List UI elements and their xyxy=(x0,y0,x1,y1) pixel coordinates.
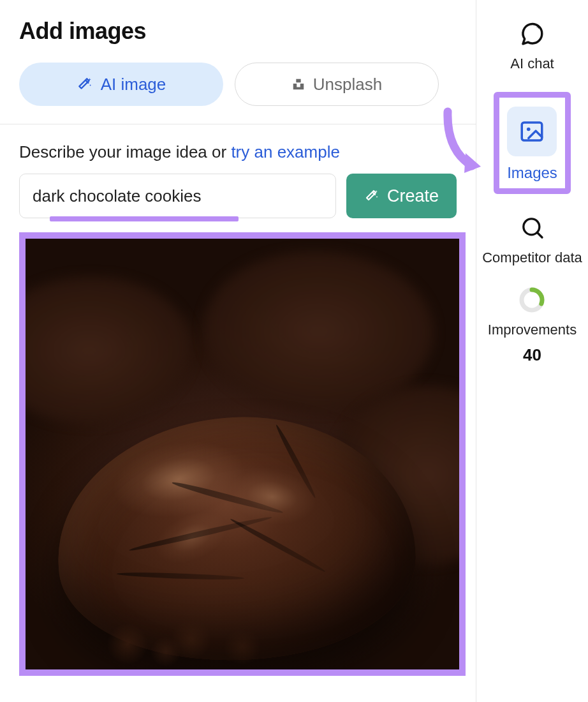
sidebar: AI chat Images Competitor data I xyxy=(476,0,588,702)
input-row: Create xyxy=(19,174,457,218)
image-prompt-wrap xyxy=(19,174,336,218)
progress-ring-icon xyxy=(517,285,547,315)
page-title: Add images xyxy=(19,18,457,45)
tab-unsplash[interactable]: Unsplash xyxy=(235,63,439,106)
prompt-label: Describe your image idea or try an examp… xyxy=(19,142,457,162)
wand-sparkle-icon xyxy=(77,76,93,93)
sidebar-item-improvements[interactable]: Improvements 40 xyxy=(488,285,577,365)
svg-point-2 xyxy=(527,127,531,131)
sidebar-item-competitor[interactable]: Competitor data xyxy=(482,213,582,267)
create-button-label: Create xyxy=(387,186,439,206)
sidebar-ai-chat-label: AI chat xyxy=(510,55,554,73)
svg-rect-1 xyxy=(522,123,543,140)
wand-sparkle-icon xyxy=(364,188,379,204)
chat-sparkle-icon xyxy=(517,19,547,49)
unsplash-icon xyxy=(291,77,305,91)
generated-image-frame xyxy=(19,232,466,676)
prompt-describe-text: Describe your image idea or xyxy=(19,142,231,161)
tab-row: AI image Unsplash xyxy=(19,63,457,106)
sidebar-item-ai-chat[interactable]: AI chat xyxy=(510,19,554,73)
highlight-underline xyxy=(50,216,239,221)
main-panel: Add images AI image Unsplash xyxy=(0,0,476,702)
search-icon xyxy=(518,213,547,243)
try-example-link[interactable]: try an example xyxy=(231,142,340,161)
sidebar-images-label: Images xyxy=(507,164,557,182)
create-button[interactable]: Create xyxy=(346,174,457,218)
sidebar-competitor-label: Competitor data xyxy=(482,249,582,267)
svg-line-4 xyxy=(537,232,542,237)
tab-unsplash-label: Unsplash xyxy=(313,75,382,94)
tab-ai-label: AI image xyxy=(101,75,166,94)
sidebar-item-images[interactable]: Images xyxy=(494,92,571,194)
svg-rect-0 xyxy=(296,79,300,83)
divider xyxy=(0,124,476,124)
tab-ai-image[interactable]: AI image xyxy=(19,63,223,106)
generated-image[interactable] xyxy=(26,239,459,669)
image-icon xyxy=(507,107,557,156)
image-prompt-input[interactable] xyxy=(19,174,336,218)
improvements-count: 40 xyxy=(523,345,541,365)
sidebar-improvements-label: Improvements xyxy=(488,321,577,339)
